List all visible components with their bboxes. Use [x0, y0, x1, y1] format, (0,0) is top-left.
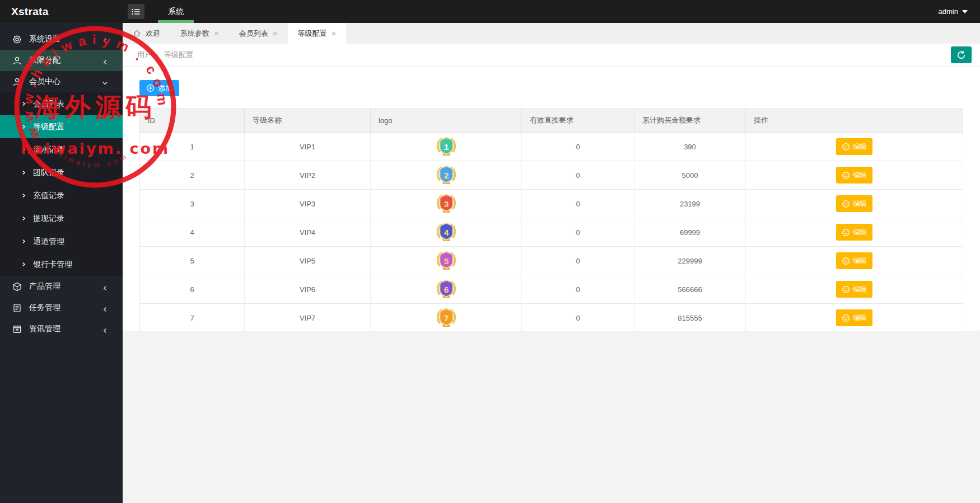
sidebar-subitem[interactable]: 提现记录: [0, 207, 123, 230]
cell-amount-requirement: 69999: [634, 218, 746, 247]
sidebar-subitem[interactable]: 流水记录: [0, 138, 123, 161]
chevron-left-icon: [102, 305, 108, 314]
edit-button[interactable]: 编辑: [836, 224, 872, 241]
breadcrumb-bar: 用户 / 等级配置: [123, 44, 980, 67]
svg-text:6: 6: [444, 285, 449, 294]
tab[interactable]: 欢迎: [123, 23, 170, 44]
sidebar-submenu: 会员列表等级配置流水记录团队记录充值记录提现记录通道管理银行卡管理: [0, 92, 123, 276]
product-icon: [12, 282, 22, 292]
table-row: 2VIP2205000编辑: [140, 161, 963, 190]
sidebar-item[interactable]: 系统设置: [0, 29, 123, 50]
topnav-item-label: 系统: [168, 7, 184, 17]
sidebar-item-label: 会员中心: [29, 77, 60, 87]
levels-table: ID等级名称logo有效直推要求累计购买金额要求操作 1VIP110390编辑2…: [139, 108, 963, 332]
cell-actions: 编辑: [746, 218, 963, 247]
tab[interactable]: 会员列表: [229, 23, 288, 44]
chevron-right-icon: [21, 170, 26, 175]
cell-actions: 编辑: [746, 190, 963, 218]
sidebar-subitem-label: 充值记录: [33, 191, 64, 201]
table-row: 3VIP33023199编辑: [140, 190, 963, 218]
svg-text:3: 3: [444, 199, 449, 209]
column-header: 有效直推要求: [522, 109, 634, 133]
edit-button[interactable]: 编辑: [836, 281, 872, 298]
chevron-right-icon: [21, 101, 26, 106]
cell-direct-requirement: 0: [522, 133, 634, 161]
cell-id: 1: [140, 133, 245, 161]
breadcrumb-link-user[interactable]: 用户: [137, 50, 152, 60]
tab[interactable]: 系统参数: [170, 23, 229, 44]
news-icon: [12, 325, 22, 334]
svg-text:1: 1: [444, 142, 449, 152]
edit-button-label: 编辑: [853, 142, 867, 152]
edit-button[interactable]: 编辑: [836, 252, 872, 269]
add-button[interactable]: 添加: [139, 80, 179, 96]
tab[interactable]: 等级配置: [288, 23, 347, 44]
svg-text:4: 4: [444, 228, 449, 237]
sidebar-subitem-label: 通道管理: [33, 237, 64, 247]
cell-logo: 2: [371, 161, 522, 190]
user-icon: [12, 56, 22, 65]
cell-amount-requirement: 5000: [634, 161, 746, 190]
sidebar-item[interactable]: 资讯管理: [0, 318, 123, 340]
sidebar-item-label: 资讯管理: [29, 324, 60, 334]
cell-level-name: VIP5: [245, 247, 371, 275]
topnav-item-system[interactable]: 系统: [158, 0, 194, 23]
svg-text:2: 2: [444, 171, 449, 180]
cell-actions: 编辑: [746, 247, 963, 275]
sidebar-item-label: 权限分配: [29, 55, 60, 65]
cell-amount-requirement: 815555: [634, 304, 746, 332]
sidebar-item[interactable]: 权限分配: [0, 50, 123, 71]
chevron-right-icon: [21, 147, 26, 152]
cell-logo: 6: [371, 275, 522, 304]
caret-down-icon: [962, 10, 968, 13]
chevron-right-icon: [21, 239, 26, 244]
column-header: 操作: [746, 109, 963, 133]
sidebar-item[interactable]: 产品管理: [0, 276, 123, 297]
cell-id: 6: [140, 275, 245, 304]
chevron-left-icon: [102, 36, 108, 45]
edit-button[interactable]: 编辑: [836, 167, 872, 184]
sidebar-item-label: 系统设置: [29, 34, 60, 44]
cell-level-name: VIP3: [245, 190, 371, 218]
close-icon[interactable]: [273, 29, 278, 37]
table-row: 1VIP110390编辑: [140, 133, 963, 161]
tab-label: 欢迎: [146, 29, 160, 39]
refresh-button[interactable]: [951, 46, 972, 63]
refresh-icon: [956, 50, 966, 60]
cell-id: 7: [140, 304, 245, 332]
topbar: Xstrata 系统 admin: [0, 0, 980, 23]
cell-direct-requirement: 0: [522, 218, 634, 247]
sidebar-item[interactable]: 会员中心: [0, 71, 123, 92]
close-icon[interactable]: [332, 29, 337, 37]
edit-button[interactable]: 编辑: [836, 138, 872, 155]
tabbar: 欢迎系统参数会员列表等级配置: [123, 23, 980, 44]
cell-logo: 7: [371, 304, 522, 332]
hamburger-button[interactable]: [128, 4, 144, 19]
edit-face-icon: [842, 257, 850, 265]
sidebar-subitem[interactable]: 通道管理: [0, 230, 123, 253]
edit-button[interactable]: 编辑: [836, 309, 872, 326]
cell-direct-requirement: 0: [522, 161, 634, 190]
edit-face-icon: [842, 143, 850, 151]
edit-button[interactable]: 编辑: [836, 195, 872, 212]
close-icon[interactable]: [214, 29, 219, 37]
sidebar-subitem[interactable]: 银行卡管理: [0, 253, 123, 276]
cell-actions: 编辑: [746, 133, 963, 161]
tab-label: 等级配置: [298, 29, 327, 39]
edit-button-label: 编辑: [853, 199, 867, 209]
edit-button-label: 编辑: [853, 228, 867, 237]
list-icon: [131, 7, 141, 16]
vip-medal-icon: 1: [435, 135, 458, 158]
cell-actions: 编辑: [746, 275, 963, 304]
chevron-left-icon: [102, 58, 108, 67]
sidebar-item-label: 产品管理: [29, 281, 60, 292]
sidebar-subitem[interactable]: 等级配置: [0, 115, 123, 138]
cell-logo: 3: [371, 190, 522, 218]
column-header: 等级名称: [245, 109, 371, 133]
cell-direct-requirement: 0: [522, 304, 634, 332]
sidebar-subitem[interactable]: 会员列表: [0, 92, 123, 115]
sidebar-item[interactable]: 任务管理: [0, 297, 123, 318]
sidebar-subitem[interactable]: 充值记录: [0, 184, 123, 207]
user-dropdown[interactable]: admin: [939, 7, 980, 16]
sidebar-subitem[interactable]: 团队记录: [0, 161, 123, 184]
